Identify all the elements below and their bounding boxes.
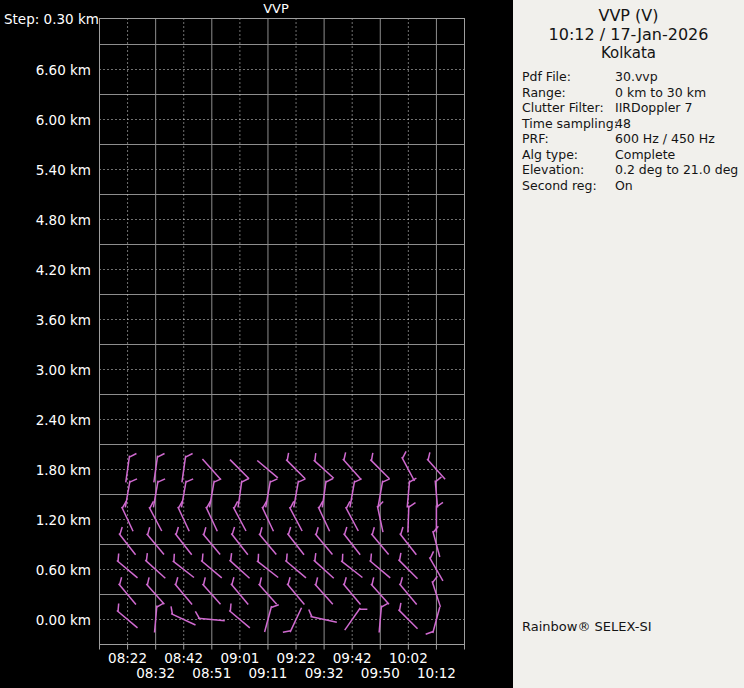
- wind-barbs-layer: [117, 451, 445, 634]
- x-axis-label: 10:02: [385, 651, 431, 666]
- info-label: Clutter Filter:: [522, 100, 615, 116]
- side-panel: VVP (V) 10:12 / 17-Jan-2026 Kolkata Pdf …: [513, 0, 744, 688]
- info-row: Alg type: Complete: [522, 147, 740, 163]
- wind-barb: [426, 607, 440, 634]
- y-axis-label: 6.60 km: [0, 62, 91, 78]
- info-label: Time sampling:: [522, 116, 615, 132]
- info-value: Complete: [615, 147, 740, 163]
- y-axis-label: 2.40 km: [0, 412, 91, 428]
- info-value: 0 km to 30 km: [615, 85, 740, 101]
- x-axis-label: 09:01: [217, 651, 263, 666]
- wind-barb: [230, 460, 249, 479]
- x-axis-label: 09:50: [357, 666, 403, 681]
- x-axis-label: 09:32: [301, 666, 347, 681]
- panel-site: Kolkata: [513, 44, 744, 63]
- vvp-plot: [0, 0, 513, 688]
- panel-title: VVP (V): [513, 6, 744, 25]
- y-axis-label: 6.00 km: [0, 112, 91, 128]
- wind-barb: [210, 479, 222, 507]
- x-axis-label: 08:32: [133, 666, 179, 681]
- y-axis-label: 3.00 km: [0, 362, 91, 378]
- x-axis-label: 09:42: [329, 651, 375, 666]
- wind-barb: [171, 606, 196, 625]
- y-axis-label: 0.60 km: [0, 562, 91, 578]
- info-row: Range: 0 km to 30 km: [522, 85, 740, 101]
- x-axis-label: 09:22: [273, 651, 319, 666]
- info-value: 30.vvp: [615, 69, 740, 85]
- y-axis-label: 0.00 km: [0, 612, 91, 628]
- plot-frame: [100, 19, 465, 645]
- info-row: Time sampling: 48: [522, 116, 740, 132]
- info-row: Second reg: On: [522, 178, 740, 194]
- panel-header: VVP (V) 10:12 / 17-Jan-2026 Kolkata: [513, 0, 744, 63]
- grid-layer: [100, 19, 465, 645]
- x-axis-label: 08:51: [189, 666, 235, 681]
- info-row: PRF: 600 Hz / 450 Hz: [522, 131, 740, 147]
- info-row: Clutter Filter: IIRDoppler 7: [522, 100, 740, 116]
- wind-barb: [266, 479, 278, 507]
- wind-barb: [341, 554, 362, 578]
- panel-datetime: 10:12 / 17-Jan-2026: [513, 25, 744, 44]
- chart-title: VVP: [236, 1, 316, 16]
- wind-barb: [350, 479, 362, 507]
- y-axis-label: 1.20 km: [0, 512, 91, 528]
- wind-barb: [182, 453, 193, 482]
- wind-barb: [265, 605, 279, 632]
- y-axis-label: 5.40 km: [0, 162, 91, 178]
- wind-barb: [229, 553, 249, 578]
- wind-barb: [402, 451, 415, 481]
- info-label: Second reg:: [522, 178, 615, 194]
- info-value: 0.2 deg to 21.0 deg: [615, 162, 740, 178]
- step-label: Step: 0.30 km: [4, 11, 96, 27]
- info-value: 48: [615, 116, 740, 132]
- wind-barb: [125, 479, 137, 507]
- axis-ticks: [100, 645, 465, 650]
- y-axis-label: 4.80 km: [0, 212, 91, 228]
- wind-barb: [285, 553, 306, 577]
- wind-barb: [173, 554, 194, 578]
- wind-barb: [378, 479, 390, 507]
- wind-barb: [117, 553, 138, 577]
- info-value: 600 Hz / 450 Hz: [615, 131, 740, 147]
- info-label: PRF:: [522, 131, 615, 147]
- x-axis-label: 08:42: [161, 651, 207, 666]
- y-axis-label: 1.80 km: [0, 462, 91, 478]
- x-axis-label: 08:22: [105, 651, 151, 666]
- chart-region: Step: 0.30 km VVP 6.60 km6.00 km5.40 km4…: [0, 0, 513, 688]
- wind-barb: [294, 479, 306, 507]
- info-row: Elevation: 0.2 deg to 21.0 deg: [522, 162, 740, 178]
- info-value: IIRDoppler 7: [615, 100, 740, 116]
- wind-barb: [153, 479, 165, 507]
- app-window: Step: 0.30 km VVP 6.60 km6.00 km5.40 km4…: [0, 0, 744, 688]
- y-axis-label: 4.20 km: [0, 262, 91, 278]
- info-label: Pdf File:: [522, 69, 615, 85]
- y-axis-label: 3.60 km: [0, 312, 91, 328]
- info-label: Alg type:: [522, 147, 615, 163]
- wind-barb: [408, 503, 416, 533]
- brand-label: Rainbow® SELEX-SI: [522, 619, 652, 634]
- wind-barb: [309, 610, 337, 623]
- x-axis-label: 09:11: [245, 666, 291, 681]
- x-axis-label: 10:12: [413, 666, 459, 681]
- wind-barb: [126, 453, 137, 482]
- info-list: Pdf File: 30.vvp Range: 0 km to 30 km Cl…: [522, 69, 740, 193]
- wind-barb: [181, 479, 193, 507]
- info-label: Range:: [522, 85, 615, 101]
- info-value: On: [615, 178, 740, 194]
- info-label: Elevation:: [522, 162, 615, 178]
- info-row: Pdf File: 30.vvp: [522, 69, 740, 85]
